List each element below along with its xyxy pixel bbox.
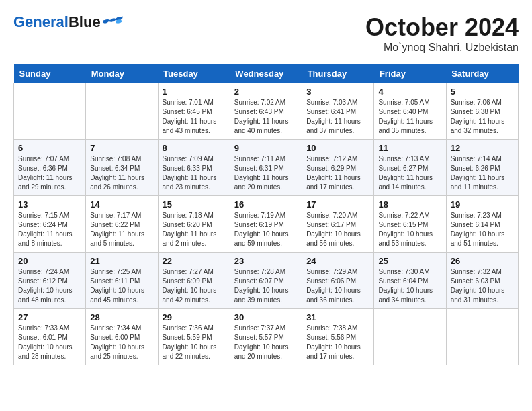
day-info: Sunrise: 7:13 AMSunset: 6:27 PMDaylight:… — [378, 154, 441, 192]
calendar-cell: 12Sunrise: 7:14 AMSunset: 6:26 PMDayligh… — [446, 140, 518, 196]
calendar-cell: 21Sunrise: 7:25 AMSunset: 6:11 PMDayligh… — [86, 253, 158, 309]
calendar-cell: 28Sunrise: 7:34 AMSunset: 6:00 PMDayligh… — [86, 309, 158, 365]
month-title: October 2024 — [365, 13, 519, 42]
weekday-header: Friday — [374, 64, 446, 83]
calendar-cell: 27Sunrise: 7:33 AMSunset: 6:01 PMDayligh… — [14, 309, 86, 365]
calendar-cell: 23Sunrise: 7:28 AMSunset: 6:07 PMDayligh… — [230, 253, 302, 309]
day-info: Sunrise: 7:08 AMSunset: 6:34 PMDaylight:… — [90, 154, 153, 192]
day-info: Sunrise: 7:29 AMSunset: 6:06 PMDaylight:… — [306, 267, 369, 305]
day-number: 19 — [451, 199, 514, 210]
day-number: 3 — [306, 87, 369, 97]
logo-general: General — [13, 13, 69, 30]
calendar-cell: 30Sunrise: 7:37 AMSunset: 5:57 PMDayligh… — [230, 309, 302, 365]
day-info: Sunrise: 7:38 AMSunset: 5:56 PMDaylight:… — [306, 324, 369, 361]
calendar-cell: 26Sunrise: 7:32 AMSunset: 6:03 PMDayligh… — [446, 253, 518, 309]
weekday-header: Tuesday — [158, 64, 230, 83]
calendar-week-row: 6Sunrise: 7:07 AMSunset: 6:36 PMDaylight… — [14, 140, 519, 196]
day-info: Sunrise: 7:25 AMSunset: 6:11 PMDaylight:… — [90, 267, 153, 305]
calendar-cell: 16Sunrise: 7:19 AMSunset: 6:19 PMDayligh… — [230, 196, 302, 253]
calendar-cell — [374, 309, 446, 365]
weekday-header: Thursday — [302, 64, 374, 83]
day-info: Sunrise: 7:05 AMSunset: 6:40 PMDaylight:… — [378, 98, 441, 136]
title-section: October 2024 Mo`ynoq Shahri, Uzbekistan — [365, 13, 519, 54]
weekday-header: Sunday — [14, 64, 86, 83]
page-header: GeneralBlue October 2024 Mo`ynoq Shahri,… — [13, 13, 519, 54]
day-number: 6 — [18, 143, 81, 153]
day-info: Sunrise: 7:33 AMSunset: 6:01 PMDaylight:… — [18, 324, 81, 361]
day-number: 18 — [378, 199, 441, 210]
calendar-cell: 29Sunrise: 7:36 AMSunset: 5:59 PMDayligh… — [158, 309, 230, 365]
calendar-cell: 18Sunrise: 7:22 AMSunset: 6:15 PMDayligh… — [374, 196, 446, 253]
calendar-cell: 22Sunrise: 7:27 AMSunset: 6:09 PMDayligh… — [158, 253, 230, 309]
calendar-cell: 7Sunrise: 7:08 AMSunset: 6:34 PMDaylight… — [86, 140, 158, 196]
day-number: 11 — [378, 143, 441, 153]
day-info: Sunrise: 7:36 AMSunset: 5:59 PMDaylight:… — [163, 324, 226, 361]
calendar-week-row: 1Sunrise: 7:01 AMSunset: 6:45 PMDaylight… — [14, 83, 519, 140]
calendar-cell: 31Sunrise: 7:38 AMSunset: 5:56 PMDayligh… — [302, 309, 374, 365]
day-number: 10 — [306, 143, 369, 153]
calendar-cell: 10Sunrise: 7:12 AMSunset: 6:29 PMDayligh… — [302, 140, 374, 196]
day-info: Sunrise: 7:09 AMSunset: 6:33 PMDaylight:… — [163, 154, 226, 192]
weekday-header: Monday — [86, 64, 158, 83]
day-info: Sunrise: 7:27 AMSunset: 6:09 PMDaylight:… — [163, 267, 226, 305]
day-number: 15 — [163, 199, 226, 210]
day-number: 25 — [378, 256, 441, 266]
calendar-cell: 4Sunrise: 7:05 AMSunset: 6:40 PMDaylight… — [374, 83, 446, 140]
calendar-cell: 25Sunrise: 7:30 AMSunset: 6:04 PMDayligh… — [374, 253, 446, 309]
day-number: 30 — [234, 312, 298, 322]
day-number: 13 — [18, 199, 81, 210]
calendar-cell: 15Sunrise: 7:18 AMSunset: 6:20 PMDayligh… — [158, 196, 230, 253]
location-title: Mo`ynoq Shahri, Uzbekistan — [365, 42, 519, 54]
day-info: Sunrise: 7:22 AMSunset: 6:15 PMDaylight:… — [378, 211, 441, 248]
day-number: 24 — [306, 256, 369, 266]
calendar-cell — [86, 83, 158, 140]
calendar-cell: 13Sunrise: 7:15 AMSunset: 6:24 PMDayligh… — [14, 196, 86, 253]
calendar-cell — [14, 83, 86, 140]
calendar-cell: 3Sunrise: 7:03 AMSunset: 6:41 PMDaylight… — [302, 83, 374, 140]
day-info: Sunrise: 7:07 AMSunset: 6:36 PMDaylight:… — [18, 154, 81, 192]
day-info: Sunrise: 7:02 AMSunset: 6:43 PMDaylight:… — [234, 98, 298, 136]
calendar-cell: 8Sunrise: 7:09 AMSunset: 6:33 PMDaylight… — [158, 140, 230, 196]
calendar-cell: 17Sunrise: 7:20 AMSunset: 6:17 PMDayligh… — [302, 196, 374, 253]
day-info: Sunrise: 7:20 AMSunset: 6:17 PMDaylight:… — [306, 211, 369, 248]
day-info: Sunrise: 7:30 AMSunset: 6:04 PMDaylight:… — [378, 267, 441, 305]
day-number: 23 — [234, 256, 298, 266]
day-number: 2 — [234, 87, 298, 97]
calendar-cell: 11Sunrise: 7:13 AMSunset: 6:27 PMDayligh… — [374, 140, 446, 196]
weekday-header: Wednesday — [230, 64, 302, 83]
day-number: 28 — [90, 312, 153, 322]
calendar-week-row: 13Sunrise: 7:15 AMSunset: 6:24 PMDayligh… — [14, 196, 519, 253]
day-number: 7 — [90, 143, 153, 153]
day-info: Sunrise: 7:19 AMSunset: 6:19 PMDaylight:… — [234, 211, 298, 248]
day-number: 1 — [163, 87, 226, 97]
day-info: Sunrise: 7:24 AMSunset: 6:12 PMDaylight:… — [18, 267, 81, 305]
day-info: Sunrise: 7:37 AMSunset: 5:57 PMDaylight:… — [234, 324, 298, 361]
day-number: 17 — [306, 199, 369, 210]
day-number: 20 — [18, 256, 81, 266]
day-number: 4 — [378, 87, 441, 97]
calendar-cell: 14Sunrise: 7:17 AMSunset: 6:22 PMDayligh… — [86, 196, 158, 253]
day-number: 22 — [163, 256, 226, 266]
day-info: Sunrise: 7:23 AMSunset: 6:14 PMDaylight:… — [451, 211, 514, 248]
calendar-table: SundayMondayTuesdayWednesdayThursdayFrid… — [13, 64, 519, 365]
day-number: 5 — [451, 87, 514, 97]
calendar-cell: 2Sunrise: 7:02 AMSunset: 6:43 PMDaylight… — [230, 83, 302, 140]
calendar-cell: 5Sunrise: 7:06 AMSunset: 6:38 PMDaylight… — [446, 83, 518, 140]
day-number: 29 — [163, 312, 226, 322]
day-number: 12 — [451, 143, 514, 153]
calendar-cell: 19Sunrise: 7:23 AMSunset: 6:14 PMDayligh… — [446, 196, 518, 253]
day-info: Sunrise: 7:12 AMSunset: 6:29 PMDaylight:… — [306, 154, 369, 192]
day-info: Sunrise: 7:28 AMSunset: 6:07 PMDaylight:… — [234, 267, 298, 305]
day-number: 26 — [451, 256, 514, 266]
day-number: 14 — [90, 199, 153, 210]
calendar-week-row: 27Sunrise: 7:33 AMSunset: 6:01 PMDayligh… — [14, 309, 519, 365]
logo-blue: Blue — [69, 13, 101, 30]
day-info: Sunrise: 7:17 AMSunset: 6:22 PMDaylight:… — [90, 211, 153, 248]
day-number: 31 — [306, 312, 369, 322]
calendar-cell — [446, 309, 518, 365]
day-number: 16 — [234, 199, 298, 210]
day-info: Sunrise: 7:11 AMSunset: 6:31 PMDaylight:… — [234, 154, 298, 192]
weekday-header: Saturday — [446, 64, 518, 83]
day-info: Sunrise: 7:15 AMSunset: 6:24 PMDaylight:… — [18, 211, 81, 248]
day-number: 27 — [18, 312, 81, 322]
